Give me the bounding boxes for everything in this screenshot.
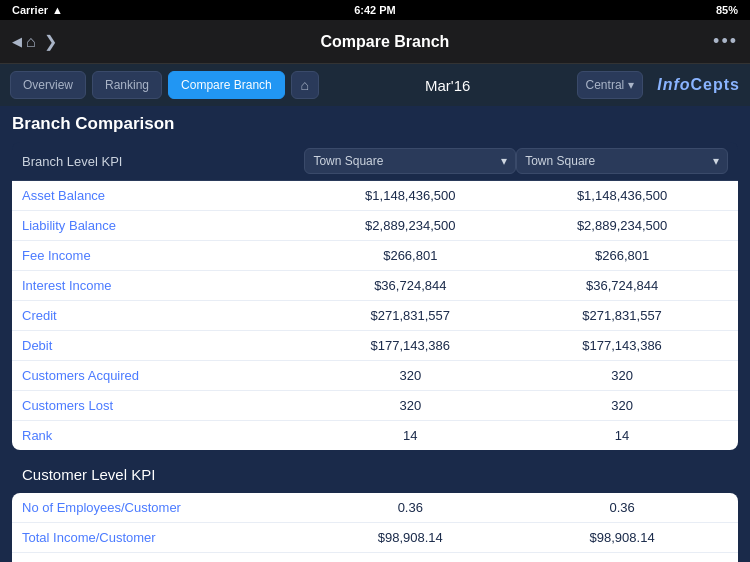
- date-label: Mar'16: [325, 77, 571, 94]
- dropdown2-label: Town Square: [525, 154, 595, 168]
- row-label: Interest Income: [22, 278, 304, 293]
- home-button[interactable]: ⌂: [291, 71, 319, 99]
- tab-compare-branch[interactable]: Compare Branch: [168, 71, 285, 99]
- dropdown2-chevron: ▾: [713, 154, 719, 168]
- wifi-icon: ▲: [52, 4, 63, 16]
- status-left: Carrier ▲: [12, 4, 63, 16]
- table-row: Credit $271,831,557 $271,831,557: [12, 301, 738, 331]
- more-options-icon[interactable]: •••: [713, 31, 738, 52]
- back-arrow-icon: ◀: [12, 34, 22, 49]
- customer-kpi-section: No of Employees/Customer 0.36 0.36 Total…: [12, 493, 738, 562]
- carrier-label: Carrier: [12, 4, 48, 16]
- row-val2: 320: [516, 398, 728, 413]
- row-val1: 320: [304, 398, 516, 413]
- battery-label: 85%: [716, 4, 738, 16]
- dropdown1-chevron: ▾: [501, 154, 507, 168]
- filter-dropdown[interactable]: Central ▾: [577, 71, 644, 99]
- table-row: Fee Income $266,801 $266,801: [12, 241, 738, 271]
- row-val1: $2,889,234,500: [304, 218, 516, 233]
- nav-bar: ◀ ⌂ ❯ Compare Branch •••: [0, 20, 750, 64]
- row-val1: 14: [304, 428, 516, 443]
- row-val2: $36,724,844: [516, 278, 728, 293]
- table-row: Customers Acquired 320 320: [12, 361, 738, 391]
- row-val2: $2,889,234,500: [516, 218, 728, 233]
- branch-kpi-header: Branch Level KPI Town Square ▾ Town Squa…: [12, 142, 738, 181]
- row-label: Credit: [22, 308, 304, 323]
- chevron-down-icon: ▾: [628, 78, 634, 92]
- table-row: Rank 14 14: [12, 421, 738, 450]
- row-val1: $1,148,436,500: [304, 188, 516, 203]
- branch-kpi-table: Asset Balance $1,148,436,500 $1,148,436,…: [12, 181, 738, 450]
- table-row: Liability Balance $2,889,234,500 $2,889,…: [12, 211, 738, 241]
- row-label: Debit: [22, 338, 304, 353]
- table-row: Debit $177,143,386 $177,143,386: [12, 331, 738, 361]
- row-val2: $271,831,557: [516, 308, 728, 323]
- row-label: Rank: [22, 428, 304, 443]
- status-time: 6:42 PM: [354, 4, 396, 16]
- tab-overview[interactable]: Overview: [10, 71, 86, 99]
- row-val1: $266,801: [304, 248, 516, 263]
- branch-dropdown-1[interactable]: Town Square ▾: [304, 148, 516, 174]
- brand-logo: InfoCepts: [657, 76, 740, 94]
- page-title: Branch Comparison: [12, 114, 738, 134]
- row-val2: $98,908.14: [516, 530, 728, 545]
- row-val1: $177,143,386: [304, 338, 516, 353]
- back-button[interactable]: ◀ ⌂ ❯: [12, 32, 57, 51]
- row-val2: 14: [516, 428, 728, 443]
- filter-label: Central: [586, 78, 625, 92]
- row-val2: 0.36: [516, 500, 728, 515]
- table-row: Asset Balance $1,148,436,500 $1,148,436,…: [12, 181, 738, 211]
- table-row: Total Income/Customer $98,908.14 $98,908…: [12, 523, 738, 553]
- status-right: 85%: [716, 4, 738, 16]
- table-row: Interest Income $36,724,844 $36,724,844: [12, 271, 738, 301]
- row-label: Fee Income: [22, 248, 304, 263]
- nav-title: Compare Branch: [57, 33, 713, 51]
- tab-ranking[interactable]: Ranking: [92, 71, 162, 99]
- branch-dropdown-2[interactable]: Town Square ▾: [516, 148, 728, 174]
- row-val2: $177,143,386: [516, 338, 728, 353]
- row-label: Customers Acquired: [22, 368, 304, 383]
- branch-kpi-label: Branch Level KPI: [22, 154, 304, 169]
- chevron-back-icon: ❯: [44, 32, 57, 51]
- row-val1: $271,831,557: [304, 308, 516, 323]
- dropdown1-label: Town Square: [313, 154, 383, 168]
- row-val2: $266,801: [516, 248, 728, 263]
- table-row: Credit/Customer $726,822.34 $726,822.34: [12, 553, 738, 562]
- home-nav-icon: ⌂: [26, 33, 36, 51]
- row-val2: $1,148,436,500: [516, 188, 728, 203]
- branch-kpi-section: Branch Level KPI Town Square ▾ Town Squa…: [12, 142, 738, 450]
- row-val1: 320: [304, 368, 516, 383]
- row-label: Asset Balance: [22, 188, 304, 203]
- customer-kpi-section-header: Customer Level KPI: [12, 460, 738, 489]
- row-val2: 320: [516, 368, 728, 383]
- table-row: No of Employees/Customer 0.36 0.36: [12, 493, 738, 523]
- table-row: Customers Lost 320 320: [12, 391, 738, 421]
- row-val1: $98,908.14: [304, 530, 516, 545]
- tab-bar: Overview Ranking Compare Branch ⌂ Mar'16…: [0, 64, 750, 106]
- row-label: Total Income/Customer: [22, 530, 304, 545]
- row-label: Liability Balance: [22, 218, 304, 233]
- row-label: Customers Lost: [22, 398, 304, 413]
- main-content: Branch Comparison Branch Level KPI Town …: [0, 106, 750, 562]
- status-bar: Carrier ▲ 6:42 PM 85%: [0, 0, 750, 20]
- row-val1: $36,724,844: [304, 278, 516, 293]
- row-label: No of Employees/Customer: [22, 500, 304, 515]
- customer-kpi-table: No of Employees/Customer 0.36 0.36 Total…: [12, 493, 738, 562]
- row-val1: 0.36: [304, 500, 516, 515]
